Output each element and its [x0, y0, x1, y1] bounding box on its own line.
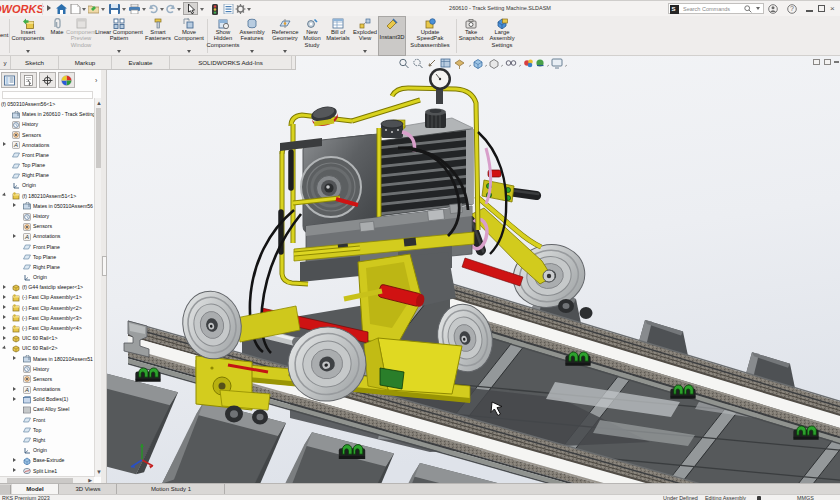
- svg-text:?: ?: [790, 5, 794, 12]
- svg-text:A: A: [24, 234, 29, 240]
- svg-text:A: A: [24, 387, 29, 393]
- svg-text:A: A: [13, 142, 18, 148]
